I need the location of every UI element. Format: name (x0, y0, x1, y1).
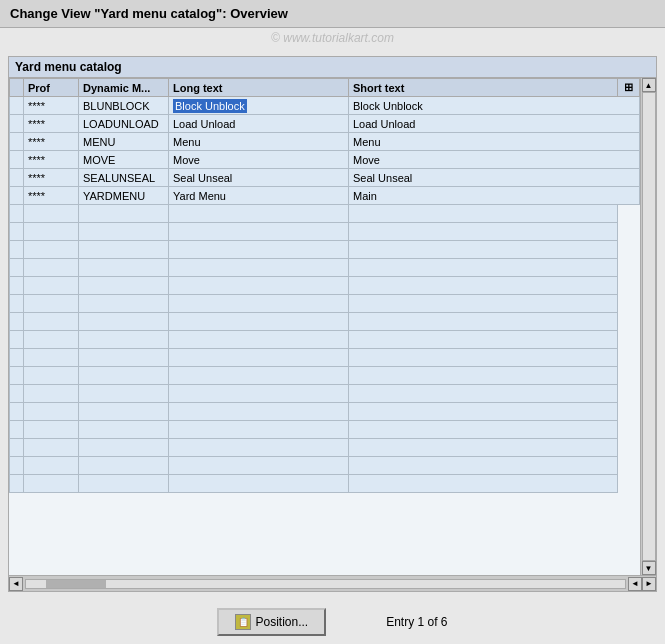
entry-info: Entry 1 of 6 (386, 615, 447, 629)
row-dynamic: BLUNBLOCK (79, 97, 169, 115)
scroll-track[interactable] (642, 92, 656, 561)
row-prof: **** (24, 115, 79, 133)
table-row[interactable]: ****MOVEMoveMove (10, 151, 640, 169)
table-header-row: Prof Dynamic M... Long text Short text ⊞ (10, 79, 640, 97)
data-table: Prof Dynamic M... Long text Short text ⊞… (9, 78, 640, 493)
row-prof: **** (24, 133, 79, 151)
hscroll-right-btns: ◄ ► (628, 577, 656, 591)
hscroll-track[interactable] (25, 579, 626, 589)
scroll-up-btn[interactable]: ▲ (642, 78, 656, 92)
table-row-empty (10, 439, 640, 457)
hscroll-right-btn1[interactable]: ◄ (628, 577, 642, 591)
table-scroll: Prof Dynamic M... Long text Short text ⊞… (9, 78, 640, 575)
col-header-icon[interactable]: ⊞ (618, 79, 640, 97)
row-checkbox[interactable] (10, 133, 24, 151)
table-row-empty (10, 385, 640, 403)
table-wrapper: Prof Dynamic M... Long text Short text ⊞… (9, 78, 656, 575)
row-short-text: Move (349, 151, 640, 169)
row-dynamic: LOADUNLOAD (79, 115, 169, 133)
hscroll-right-btn2[interactable]: ► (642, 577, 656, 591)
table-row[interactable]: ****SEALUNSEALSeal UnsealSeal Unseal (10, 169, 640, 187)
table-row-empty (10, 277, 640, 295)
table-row-empty (10, 259, 640, 277)
row-short-text: Seal Unseal (349, 169, 640, 187)
hscroll-thumb (46, 580, 106, 588)
col-header-dynamic: Dynamic M... (79, 79, 169, 97)
hscroll-left-btn[interactable]: ◄ (9, 577, 23, 591)
row-dynamic: SEALUNSEAL (79, 169, 169, 187)
row-long-text: Yard Menu (169, 187, 349, 205)
col-header-short: Short text (349, 79, 618, 97)
table-row-empty (10, 223, 640, 241)
row-prof: **** (24, 169, 79, 187)
watermark: © www.tutorialkart.com (0, 28, 665, 48)
row-checkbox[interactable] (10, 151, 24, 169)
row-dynamic: MENU (79, 133, 169, 151)
row-checkbox[interactable] (10, 187, 24, 205)
bottom-bar: 📋 Position... Entry 1 of 6 (0, 600, 665, 644)
row-long-text: Seal Unseal (169, 169, 349, 187)
row-long-text: Move (169, 151, 349, 169)
panel-title: Yard menu catalog (9, 57, 656, 78)
row-checkbox[interactable] (10, 169, 24, 187)
row-short-text: Load Unload (349, 115, 640, 133)
table-row-empty (10, 349, 640, 367)
panel: Yard menu catalog Prof Dynamic M... Long… (8, 56, 657, 592)
row-short-text: Main (349, 187, 640, 205)
table-row-empty (10, 421, 640, 439)
row-checkbox[interactable] (10, 115, 24, 133)
horizontal-scrollbar[interactable]: ◄ ◄ ► (9, 575, 656, 591)
col-header-prof: Prof (24, 79, 79, 97)
table-row-empty (10, 205, 640, 223)
table-row[interactable]: ****MENUMenuMenu (10, 133, 640, 151)
position-icon: 📋 (235, 614, 251, 630)
row-prof: **** (24, 151, 79, 169)
row-long-text: Block Unblock (169, 97, 349, 115)
row-dynamic: YARDMENU (79, 187, 169, 205)
position-button-label: Position... (255, 615, 308, 629)
window-title: Change View "Yard menu catalog": Overvie… (10, 6, 288, 21)
table-row-empty (10, 241, 640, 259)
row-short-text: Block Unblock (349, 97, 640, 115)
col-header-checkbox (10, 79, 24, 97)
row-prof: **** (24, 97, 79, 115)
position-button[interactable]: 📋 Position... (217, 608, 326, 636)
title-bar: Change View "Yard menu catalog": Overvie… (0, 0, 665, 28)
main-area: Yard menu catalog Prof Dynamic M... Long… (0, 48, 665, 600)
table-row[interactable]: ****BLUNBLOCKBlock UnblockBlock Unblock (10, 97, 640, 115)
row-short-text: Menu (349, 133, 640, 151)
row-long-text: Load Unload (169, 115, 349, 133)
col-header-long: Long text (169, 79, 349, 97)
table-row-empty (10, 403, 640, 421)
table-row-empty (10, 313, 640, 331)
table-row-empty (10, 367, 640, 385)
table-row-empty (10, 331, 640, 349)
row-prof: **** (24, 187, 79, 205)
table-row[interactable]: ****YARDMENUYard MenuMain (10, 187, 640, 205)
row-long-text: Menu (169, 133, 349, 151)
table-row[interactable]: ****LOADUNLOADLoad UnloadLoad Unload (10, 115, 640, 133)
table-row-empty (10, 457, 640, 475)
main-window: Change View "Yard menu catalog": Overvie… (0, 0, 665, 644)
vertical-scrollbar[interactable]: ▲ ▼ (640, 78, 656, 575)
scroll-down-btn[interactable]: ▼ (642, 561, 656, 575)
table-row-empty (10, 475, 640, 493)
row-checkbox[interactable] (10, 97, 24, 115)
row-dynamic: MOVE (79, 151, 169, 169)
table-row-empty (10, 295, 640, 313)
